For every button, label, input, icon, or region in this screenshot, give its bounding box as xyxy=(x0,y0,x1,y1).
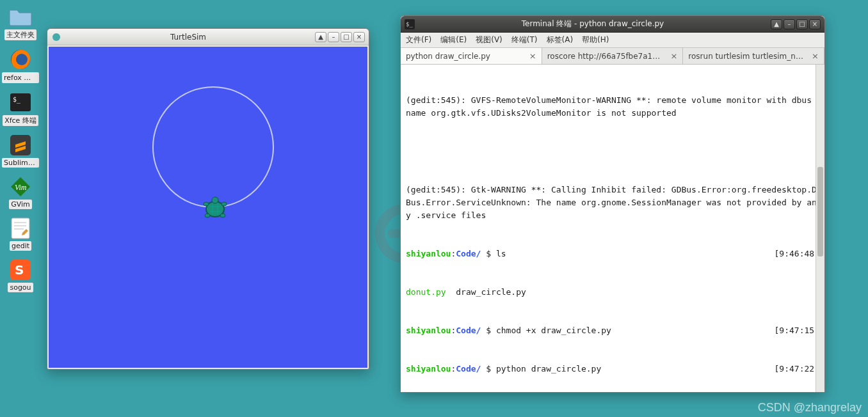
svg-text:$_: $_ xyxy=(406,21,413,28)
sublime-icon xyxy=(8,134,33,157)
gvim-icon: Vim xyxy=(8,175,33,198)
svg-point-17 xyxy=(221,202,227,206)
terminal-tab-0[interactable]: python draw_circle.py × xyxy=(401,48,542,64)
svg-text:S: S xyxy=(15,262,24,278)
rollup-button[interactable]: ▲ xyxy=(771,19,782,29)
svg-point-18 xyxy=(205,214,210,217)
maximize-button[interactable]: □ xyxy=(796,19,808,29)
menu-file[interactable]: 文件(F) xyxy=(406,35,431,45)
desktop-label: GVim xyxy=(9,200,32,209)
minimize-button[interactable]: – xyxy=(784,19,795,29)
terminal-output-line: (gedit:545): Gtk-WARNING **: Calling Inh… xyxy=(406,184,819,222)
svg-point-13 xyxy=(52,33,60,41)
menu-view[interactable]: 视图(V) xyxy=(476,35,502,45)
scrollbar-thumb[interactable] xyxy=(817,167,823,256)
terminal-app-icon: $_ xyxy=(405,19,415,29)
gedit-icon xyxy=(8,217,33,240)
terminal-prompt-line: shiyanlou:Code/ $ python draw_circle.py … xyxy=(406,363,819,375)
menu-terminal[interactable]: 终端(T) xyxy=(511,35,538,45)
svg-rect-6 xyxy=(12,218,29,239)
timestamp: [9:46:48] xyxy=(769,248,819,260)
terminal-prompt-line: shiyanlou:Code/ $ chmod +x draw_circle.p… xyxy=(406,324,819,337)
desktop-xfce-terminal[interactable]: $_ Xfce 终端 xyxy=(2,91,39,126)
firefox-icon xyxy=(8,48,33,71)
terminal-tab-1[interactable]: roscore http://66a75fbe7a1… × xyxy=(542,48,684,64)
desktop-label: Xfce 终端 xyxy=(3,115,38,126)
turtle-icon xyxy=(201,195,229,223)
watermark-text: CSDN @zhangrelay xyxy=(758,401,862,414)
terminal-title: Terminal 终端 - python draw_circle.py xyxy=(419,19,767,29)
menu-help[interactable]: 帮助(H) xyxy=(582,35,609,45)
desktop-label: refox 网... xyxy=(2,72,39,83)
rollup-button[interactable]: ▲ xyxy=(315,32,326,42)
turtlesim-canvas xyxy=(49,47,367,368)
turtlesim-window: TurtleSim ▲ – □ × xyxy=(47,28,369,370)
terminal-tab-2[interactable]: rosrun turtlesim turtlesim_node × xyxy=(683,48,824,64)
desktop-home-folder[interactable]: 主文件夹 xyxy=(2,5,39,40)
terminal-menubar: 文件(F) 编辑(E) 视图(V) 终端(T) 标签(A) 帮助(H) xyxy=(401,33,824,48)
close-button[interactable]: × xyxy=(809,19,821,29)
svg-point-16 xyxy=(204,202,209,206)
turtlesim-titlebar[interactable]: TurtleSim ▲ – □ × xyxy=(47,29,369,45)
timestamp: [9:47:15] xyxy=(769,324,819,337)
tab-close-icon[interactable]: × xyxy=(529,51,536,61)
folder-icon xyxy=(8,5,33,28)
menu-edit[interactable]: 编辑(E) xyxy=(440,35,467,45)
desktop-label: 主文件夹 xyxy=(4,29,36,40)
tab-label: python draw_circle.py xyxy=(406,52,526,61)
svg-text:Vim: Vim xyxy=(15,183,27,192)
tab-close-icon[interactable]: × xyxy=(670,51,677,61)
desktop-sublime[interactable]: Sublime … xyxy=(2,134,39,168)
turtle-trail-circle xyxy=(152,86,274,208)
terminal-output-line: donut.py draw_circle.py xyxy=(406,286,819,299)
close-button[interactable]: × xyxy=(353,32,365,42)
terminal-tabbar: python draw_circle.py × roscore http://6… xyxy=(401,48,824,65)
svg-point-1 xyxy=(16,54,28,65)
app-icon xyxy=(51,32,61,42)
desktop-gedit[interactable]: gedit xyxy=(2,217,39,251)
desktop-icons: 主文件夹 refox 网... $_ Xfce 终端 Sublime … Vim… xyxy=(0,0,41,292)
tab-label: roscore http://66a75fbe7a1… xyxy=(547,52,667,61)
terminal-body[interactable]: (gedit:545): GVFS-RemoteVolumeMonitor-WA… xyxy=(401,65,824,392)
desktop-gvim[interactable]: Vim GVim xyxy=(2,175,39,209)
minimize-button[interactable]: – xyxy=(328,32,339,42)
timestamp: [9:47:22] xyxy=(769,363,819,375)
blank-line xyxy=(406,145,819,158)
terminal-window: $_ Terminal 终端 - python draw_circle.py ▲… xyxy=(400,15,825,393)
terminal-prompt-line: shiyanlou:Code/ $ ls [9:46:48] xyxy=(406,248,819,260)
turtlesim-title: TurtleSim xyxy=(65,33,311,42)
desktop-label: gedit xyxy=(10,241,31,251)
svg-point-19 xyxy=(220,214,225,217)
maximize-button[interactable]: □ xyxy=(341,32,352,42)
svg-point-15 xyxy=(212,197,218,203)
terminal-output-line: (gedit:545): GVFS-RemoteVolumeMonitor-WA… xyxy=(406,94,819,120)
desktop-label: sogou xyxy=(8,283,33,292)
command-text: ls xyxy=(496,249,506,258)
tab-label: rosrun turtlesim turtlesim_node xyxy=(688,52,808,61)
terminal-scrollbar[interactable] xyxy=(816,65,824,392)
tab-close-icon[interactable]: × xyxy=(812,51,819,61)
desktop-label: Sublime … xyxy=(2,158,39,168)
svg-text:$_: $_ xyxy=(13,96,21,104)
terminal-titlebar[interactable]: $_ Terminal 终端 - python draw_circle.py ▲… xyxy=(401,16,824,33)
command-text: python draw_circle.py xyxy=(496,364,601,374)
desktop-firefox[interactable]: refox 网... xyxy=(2,48,39,83)
sogou-icon: S xyxy=(8,258,33,281)
command-text: chmod +x draw_circle.py xyxy=(496,326,611,335)
desktop-sogou[interactable]: S sogou xyxy=(2,258,39,292)
menu-tabs[interactable]: 标签(A) xyxy=(547,35,574,45)
terminal-icon: $_ xyxy=(8,91,33,114)
